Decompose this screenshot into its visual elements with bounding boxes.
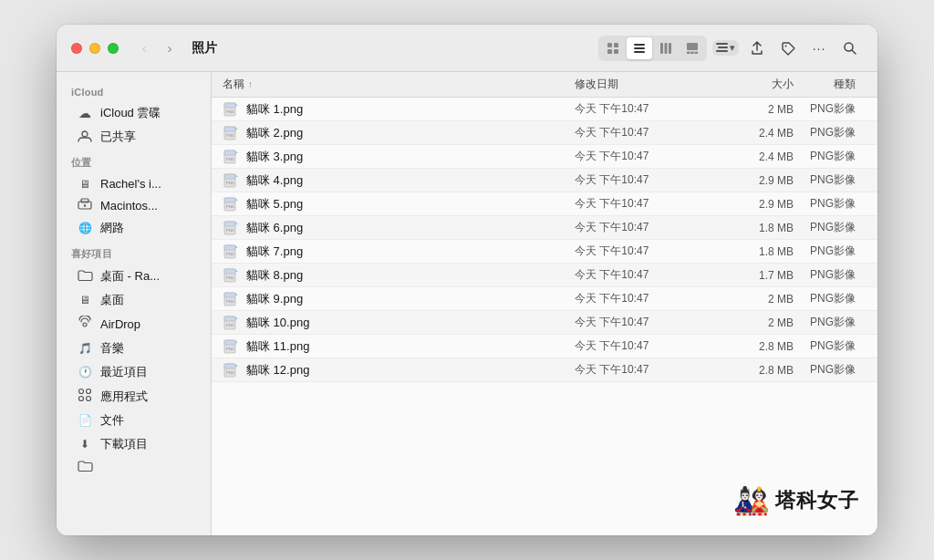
file-type: PNG影像 [794, 338, 867, 354]
table-row[interactable]: PNG 貓咪 6.png今天 下午10:471.8 MBPNG影像 [212, 216, 877, 240]
desktop-icon: 🖥 [77, 294, 93, 306]
file-icon: PNG [223, 243, 241, 261]
view-list-btn[interactable] [627, 37, 652, 59]
file-date: 今天 下午10:47 [575, 291, 721, 306]
finder-window: ‹ › 照片 [57, 25, 877, 535]
table-row[interactable]: PNG 貓咪 3.png今天 下午10:472.4 MBPNG影像 [212, 145, 877, 169]
file-area: 名稱 ↑ 修改日期 大小 種類 PNG 貓咪 1.png今天 下午10:472 … [212, 72, 877, 535]
file-type: PNG影像 [794, 149, 867, 164]
svg-rect-54 [224, 293, 235, 297]
svg-point-28 [87, 397, 91, 401]
col-name-header[interactable]: 名稱 ↑ [223, 77, 575, 92]
sidebar-item-network[interactable]: 🌐 網路 [62, 216, 205, 240]
file-size: 1.8 MB [721, 245, 794, 258]
svg-rect-33 [224, 127, 235, 131]
minimize-button[interactable] [89, 43, 100, 54]
toolbar-actions: ▾ ··· [598, 36, 863, 61]
svg-text:PNG: PNG [226, 133, 234, 138]
back-button[interactable]: ‹ [133, 37, 155, 59]
table-row[interactable]: PNG 貓咪 9.png今天 下午10:472 MBPNG影像 [212, 287, 877, 311]
table-row[interactable]: PNG 貓咪 4.png今天 下午10:472.9 MBPNG影像 [212, 169, 877, 192]
view-icon-btn[interactable] [600, 37, 626, 59]
svg-rect-6 [634, 51, 645, 53]
file-date: 今天 下午10:47 [575, 338, 721, 354]
sidebar-item-label: 音樂 [100, 340, 124, 357]
file-icon: PNG [223, 266, 241, 285]
table-row[interactable]: PNG 貓咪 5.png今天 下午10:472.9 MBPNG影像 [212, 192, 877, 216]
table-row[interactable]: PNG 貓咪 1.png今天 下午10:472 MBPNG影像 [212, 98, 877, 121]
file-name: 貓咪 5.png [246, 196, 575, 213]
svg-text:PNG: PNG [226, 275, 234, 280]
file-name: 貓咪 1.png [246, 101, 575, 118]
file-name: 貓咪 6.png [246, 220, 575, 236]
sidebar-item-desktop[interactable]: 🖥 桌面 [62, 288, 205, 312]
sidebar-item-label: iCloud 雲碟 [100, 105, 161, 121]
tag-button[interactable] [775, 36, 801, 61]
sidebar-item-recent[interactable]: 🕐 最近項目 [62, 360, 205, 384]
svg-rect-4 [634, 44, 645, 46]
sidebar-item-airdrop[interactable]: AirDrop [62, 312, 205, 337]
sidebar-item-label: 應用程式 [100, 389, 148, 405]
file-type: PNG影像 [794, 362, 867, 378]
table-row[interactable]: PNG 貓咪 8.png今天 下午10:471.7 MBPNG影像 [212, 264, 877, 287]
sidebar-item-rachels[interactable]: 🖥 Rachel's i... [62, 173, 205, 194]
svg-rect-16 [716, 50, 728, 52]
icloud-icon: ☁ [77, 106, 93, 120]
view-gallery-btn[interactable] [680, 37, 705, 59]
file-type: PNG影像 [794, 220, 867, 235]
svg-rect-8 [665, 43, 668, 54]
sidebar-item-label: Macintos... [100, 199, 158, 213]
col-date-header[interactable]: 修改日期 [575, 77, 721, 92]
col-size-header[interactable]: 大小 [721, 77, 794, 92]
maximize-button[interactable] [108, 43, 119, 54]
table-row[interactable]: PNG 貓咪 10.png今天 下午10:472 MBPNG影像 [212, 311, 877, 335]
table-row[interactable]: PNG 貓咪 11.png今天 下午10:472.8 MBPNG影像 [212, 335, 877, 358]
svg-text:PNG: PNG [226, 157, 234, 161]
file-size: 2.9 MB [721, 174, 794, 187]
file-icon: PNG [223, 124, 241, 142]
share-button[interactable] [744, 36, 770, 61]
file-name: 貓咪 12.png [246, 362, 575, 379]
sidebar-item-macintosh[interactable]: Macintos... [62, 194, 205, 216]
file-icon: PNG [223, 148, 241, 166]
view-column-btn[interactable] [653, 37, 679, 59]
file-icon: PNG [223, 337, 241, 356]
folder-icon [77, 269, 93, 284]
file-size: 2.8 MB [721, 340, 794, 353]
file-date: 今天 下午10:47 [575, 172, 721, 188]
titlebar: ‹ › 照片 [57, 25, 877, 72]
sidebar-item-other[interactable] [62, 456, 205, 478]
table-row[interactable]: PNG 貓咪 2.png今天 下午10:472.4 MBPNG影像 [212, 121, 877, 145]
close-button[interactable] [71, 43, 82, 54]
file-icon: PNG [223, 314, 241, 332]
file-date: 今天 下午10:47 [575, 149, 721, 164]
table-row[interactable]: PNG 貓咪 7.png今天 下午10:471.8 MBPNG影像 [212, 240, 877, 264]
col-type-header[interactable]: 種類 [794, 77, 867, 92]
sidebar-item-applications[interactable]: 應用程式 [62, 384, 205, 409]
file-name: 貓咪 7.png [246, 244, 575, 260]
sidebar-item-label: 桌面 - Ra... [100, 268, 160, 285]
sidebar-item-music[interactable]: 🎵 音樂 [62, 337, 205, 360]
file-date: 今天 下午10:47 [575, 244, 721, 259]
svg-point-24 [83, 323, 87, 327]
sidebar-item-shared[interactable]: 已共享 [62, 125, 205, 149]
sidebar-item-label: 網路 [100, 220, 124, 236]
forward-button[interactable]: › [159, 37, 181, 59]
file-date: 今天 下午10:47 [575, 220, 721, 235]
view-switcher [598, 36, 707, 61]
file-date: 今天 下午10:47 [575, 101, 721, 117]
sidebar-item-documents[interactable]: 📄 文件 [62, 409, 205, 432]
sidebar-item-downloads[interactable]: ⬇ 下載項目 [62, 432, 205, 456]
more-button[interactable]: ··· [806, 36, 832, 61]
file-type: PNG影像 [794, 172, 867, 188]
table-row[interactable]: PNG 貓咪 12.png今天 下午10:472.8 MBPNG影像 [212, 358, 877, 382]
file-type: PNG影像 [794, 315, 867, 330]
group-btn[interactable]: ▾ [712, 40, 739, 56]
drive-icon [77, 198, 93, 213]
sidebar-item-icloud-drive[interactable]: ☁ iCloud 雲碟 [62, 101, 205, 125]
file-icon: PNG [223, 195, 241, 213]
search-button[interactable] [837, 36, 863, 61]
file-name: 貓咪 8.png [246, 267, 575, 284]
sidebar-item-desktop-ra[interactable]: 桌面 - Ra... [62, 264, 205, 288]
svg-rect-36 [224, 150, 235, 155]
